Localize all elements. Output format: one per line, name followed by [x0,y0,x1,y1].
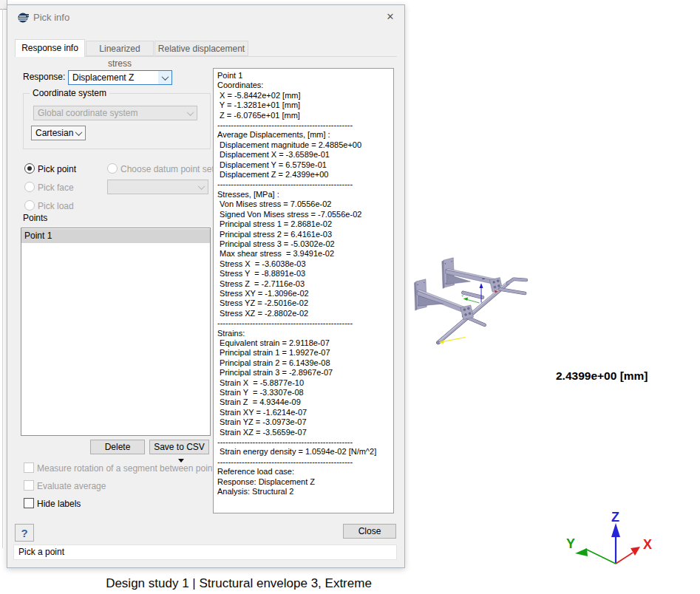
close-icon[interactable]: ✕ [381,9,400,24]
pick-point-radio[interactable] [24,163,35,174]
evaluate-average-checkbox [24,480,34,491]
coordinate-system-group-label: Coordinate system [30,88,109,98]
coordinate-system-group [23,93,211,149]
coordinate-system-value: Global coordinate system [38,108,137,118]
response-dropdown[interactable]: Displacement Z [68,70,172,85]
chevron-down-icon [183,106,197,120]
response-dropdown-value: Displacement Z [72,72,134,83]
app-icon [18,13,30,23]
triad-y-arrowhead [575,548,588,556]
dropdown-arrow-icon [178,459,184,462]
hide-labels-label: Hide labels [37,499,81,509]
screen: Pick info ✕ Response info Linearized str… [0,0,700,594]
choose-datum-point-set-radio [107,163,118,174]
window-title: Pick info [33,12,69,23]
save-to-csv-label: Save to CSV [154,442,205,452]
triad-y-label: Y [566,536,575,551]
list-item[interactable]: Point 1 [21,229,210,243]
status-text: Pick a point [18,547,64,557]
chevron-down-icon [72,126,85,140]
close-button[interactable]: Close [343,524,396,539]
displacement-annotation: 2.4399e+00 [mm] [556,369,648,383]
triad-z-label: Z [611,510,619,525]
datum-point-set-dropdown [107,180,208,194]
coordinate-system-dropdown: Global coordinate system [33,106,197,120]
points-list[interactable]: Point 1 [21,228,211,436]
response-report-panel: Point 1 Coordinates: X = -5.8442e+02 [mm… [213,68,394,513]
wall-bracket-rear [442,258,503,293]
response-report-text: Point 1 Coordinates: X = -5.8442e+02 [mm… [214,69,393,496]
triad-x-arrowhead [631,547,640,556]
chevron-down-icon [194,180,208,194]
cross-tube [463,293,483,297]
design-study-caption: Design study 1 | Structural envelope 3, … [0,576,478,591]
triad-z-arrowhead [611,523,620,537]
point-marker-y-label: Y [461,294,463,298]
pick-point-label: Pick point [38,164,76,174]
tab-response-info[interactable]: Response info [15,39,85,57]
pick-load-label: Pick load [38,201,74,211]
tab-relative-displacement[interactable]: Relative displacement [154,41,248,56]
choose-datum-point-set-label: Choose datum point set [120,164,214,174]
orientation-triad: Z X Y [547,480,695,576]
evaluate-average-label: Evaluate average [37,481,106,491]
chevron-down-icon [158,71,171,84]
delete-button[interactable]: Delete [90,440,145,454]
pick-face-label: Pick face [38,182,74,193]
help-button[interactable]: ? [15,524,34,542]
model-3d-view[interactable]: Y [407,181,700,425]
measure-rotation-checkbox [24,462,34,473]
title-bar[interactable]: Pick info ✕ [7,5,403,27]
coordinate-type-dropdown[interactable]: Cartesian [31,126,86,140]
pick-load-radio [24,200,35,211]
tab-linearized-stress[interactable]: Linearized stress [86,41,154,56]
z-axis-arrowhead [480,283,483,288]
pick-face-radio [24,182,35,192]
pick-info-dialog: Pick info ✕ Response info Linearized str… [7,4,405,568]
coordinate-type-value: Cartesian [35,128,73,138]
background-window-edge [2,9,3,548]
save-to-csv-button[interactable]: Save to CSV [149,440,209,454]
hide-labels-checkbox[interactable] [24,498,34,508]
response-label: Response: [23,72,65,82]
points-label: Points [23,213,47,223]
triad-x-label: X [643,537,652,552]
measure-rotation-label: Measure rotation of a segment between po… [37,463,220,474]
clamp-front [461,305,474,320]
status-bar: Pick a point [13,544,397,560]
y-axis-arrowhead [463,297,468,301]
